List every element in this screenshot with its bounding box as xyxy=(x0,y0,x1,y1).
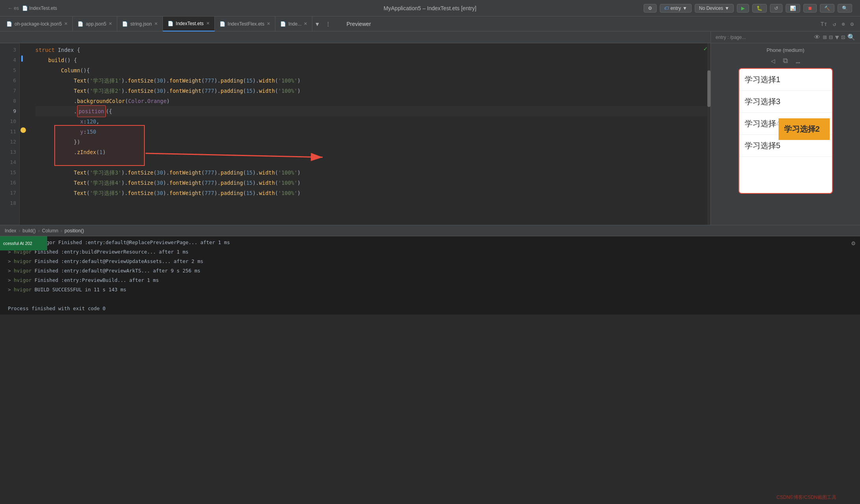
code-line-9: .position({ xyxy=(35,106,711,116)
tab-overflow-button[interactable]: ▼ xyxy=(312,21,322,27)
tab-close-app[interactable]: ✕ xyxy=(109,21,112,26)
reload-button[interactable]: ↺ xyxy=(770,4,782,13)
profile-button[interactable]: 📊 xyxy=(786,4,800,13)
breadcrumb-item-column: Column xyxy=(42,228,58,234)
tab-bar: 📄 oh-package-lock.json5 ✕ 📄 app.json5 ✕ … xyxy=(0,17,860,31)
tab-close-inde[interactable]: ✕ xyxy=(304,21,307,26)
code-content[interactable]: struct Index { build() { Column(){ Text(… xyxy=(29,43,711,225)
settings-button[interactable]: ⚙ xyxy=(644,4,657,13)
code-line-11: y:150 xyxy=(35,127,711,137)
terminal-line-8: Process finished with exit code 0 xyxy=(3,304,860,313)
terminal-success-badge: ccessful At 202 xyxy=(0,236,47,250)
toolbar-left: ← es 📄 IndexTest.ets xyxy=(8,6,57,11)
code-line-6: Text('学习选择1').fontSize(30).fontWeight(77… xyxy=(35,75,711,86)
tab-more-button[interactable]: ⋮ xyxy=(322,21,334,27)
search-toolbar-button[interactable]: 🔍 xyxy=(838,4,852,13)
tab-label-oh: oh-package-lock.json5 xyxy=(15,21,62,27)
tab-label-indextest: IndexTest.ets xyxy=(176,21,204,26)
toolbar-right: ⚙ 🏷 entry ▼ No Devices ▼ ▶ 🐛 ↺ 📊 ⏹ 🔨 🔍 xyxy=(644,4,852,13)
terminal-line-3: > hvigor Finished :entry:default@Preview… xyxy=(3,257,860,266)
breadcrumb-file: 📄 IndexTest.ets xyxy=(22,6,57,11)
refresh-icon[interactable]: ↺ xyxy=(831,20,838,28)
terminal-settings-icon[interactable]: ⚙ xyxy=(851,239,855,247)
gutter-line9 xyxy=(20,125,28,135)
code-line-14 xyxy=(35,157,711,167)
tab-string-json[interactable]: 📄 string.json ✕ xyxy=(117,17,163,31)
phone-action-buttons: ◁ ⧉ … xyxy=(711,56,860,68)
terminal-text-1: > hvigor Finished :entry:default@Replace… xyxy=(31,239,230,245)
entry-icon: 🏷 xyxy=(664,6,669,11)
terminal-output: > hvigor> hvigor Finished :entry:default… xyxy=(0,236,860,313)
run-button[interactable]: ▶ xyxy=(737,4,749,13)
position-highlight: position xyxy=(77,105,106,117)
terminal-line-5: > hvigor Finished :entry:PreviewBuild...… xyxy=(3,276,860,285)
grid-icon[interactable]: ⊟ xyxy=(829,33,833,41)
back-nav: ← es xyxy=(8,6,19,11)
breadcrumb-sep-1: › xyxy=(18,228,20,234)
resize-icon[interactable]: ⊡ xyxy=(841,33,845,41)
debug-button[interactable]: 🐛 xyxy=(752,4,767,13)
breadcrumb-sep-3: › xyxy=(61,228,62,234)
eye-icon[interactable]: 👁 xyxy=(814,33,820,41)
orientation-icon[interactable]: ⊕ xyxy=(840,20,846,28)
breadcrumb-item-build: build() xyxy=(22,228,35,234)
tab-indextest[interactable]: 📄 IndexTest.ets ✕ xyxy=(163,17,215,31)
entry-label: entry xyxy=(670,6,681,11)
more-phone-btn[interactable]: … xyxy=(796,57,800,65)
previewer-panel: Phone (medium) ◁ ⧉ … 学习选择1 学习选择3 学习选择4 学… xyxy=(711,43,860,225)
vertical-scrollbar[interactable] xyxy=(707,43,711,225)
phone-frame: 学习选择1 学习选择3 学习选择4 学习选择5 学习选择2 xyxy=(738,68,833,194)
terminal-line-4: > hvigor Finished :entry:default@Preview… xyxy=(3,266,860,276)
phone-item-3: 学习选择3 xyxy=(739,91,832,113)
previewer-tab-label: Previewer xyxy=(342,21,376,27)
title-bar: MyApplication5 – IndexTest.ets [entry] ←… xyxy=(0,0,860,17)
tab-icon-app: 📄 xyxy=(78,21,83,27)
build-button[interactable]: 🔨 xyxy=(820,4,834,13)
terminal-text-2: Finished :entry:buildPreviewerResource..… xyxy=(31,249,188,255)
terminal-line-7 xyxy=(3,294,860,304)
code-line-5: Column(){ xyxy=(35,65,711,75)
phone-controls: Phone (medium) xyxy=(711,43,860,56)
breadcrumb-item-position: position() xyxy=(65,228,84,234)
tab-inde[interactable]: 📄 Inde... ✕ xyxy=(275,17,312,31)
code-line-3: struct Index { xyxy=(35,45,711,55)
code-line-15: Text('学习选择3').fontSize(30).fontWeight(77… xyxy=(35,167,711,178)
gear-icon[interactable]: ⚙ xyxy=(849,20,855,28)
no-devices-label: No Devices xyxy=(699,6,723,11)
entry-chevron: ▼ xyxy=(683,6,687,11)
no-devices-chevron: ▼ xyxy=(725,6,729,11)
tab-app-json5[interactable]: 📄 app.json5 ✕ xyxy=(73,17,117,31)
back-phone-btn[interactable]: ◁ xyxy=(771,57,775,65)
tab-close-oh[interactable]: ✕ xyxy=(64,21,68,26)
code-editor[interactable]: 3 4 5 6 7 8 9 10 11 12 13 14 15 16 17 18 xyxy=(0,43,711,225)
tab-oh-package[interactable]: 📄 oh-package-lock.json5 ✕ xyxy=(2,17,73,31)
tab-close-flex[interactable]: ✕ xyxy=(267,21,270,26)
phone-frame-container: 学习选择1 学习选择3 学习选择4 学习选择5 学习选择2 xyxy=(711,68,860,194)
code-line-17: Text('学习选择5').fontSize(30).fontWeight(77… xyxy=(35,188,711,198)
code-line-10: x:120, xyxy=(35,116,711,127)
stop-button[interactable]: ⏹ xyxy=(803,4,817,13)
entry-button[interactable]: 🏷 entry ▼ xyxy=(660,4,692,13)
tab-icon-string: 📄 xyxy=(122,21,128,27)
entry-path-bar: entry : /page... 👁 ⊞ ⊟ ▼ ⊡ 🔍 xyxy=(0,31,860,43)
terminal-line-1: > hvigor> hvigor Finished :entry:default… xyxy=(3,238,860,247)
code-line-4: build() { xyxy=(35,55,711,65)
tab-indextestflex[interactable]: 📄 IndexTestFlex.ets ✕ xyxy=(215,17,275,31)
layers-icon[interactable]: ⊞ xyxy=(823,33,827,41)
breadcrumb-item-index: Index xyxy=(5,228,16,234)
tab-close-indextest[interactable]: ✕ xyxy=(206,21,210,26)
tab-close-string[interactable]: ✕ xyxy=(154,21,158,26)
zoom-out-icon[interactable]: 🔍 xyxy=(847,33,855,41)
code-line-8: .backgroundColor(Color.Orange) xyxy=(35,96,711,106)
chevron-down-path[interactable]: ▼ xyxy=(835,33,839,41)
code-line-13: .zIndex(1) xyxy=(35,147,711,157)
rotate-phone-btn[interactable]: ⧉ xyxy=(783,56,788,65)
tab-right-controls: Tт ↺ ⊕ ⚙ xyxy=(819,20,860,28)
scroll-thumb[interactable] xyxy=(707,70,711,107)
terminal-panel: ccessful At 202 > hvigor> hvigor Finishe… xyxy=(0,236,860,315)
window-title: MyApplication5 – IndexTest.ets [entry] xyxy=(384,5,476,11)
code-line-7: Text('学习选择2').fontSize(30).fontWeight(77… xyxy=(35,86,711,96)
no-devices-button[interactable]: No Devices ▼ xyxy=(695,4,734,13)
font-size-icon[interactable]: Tт xyxy=(819,20,829,28)
terminal-line-6: > hvigor BUILD SUCCESSFUL in 11 s 143 ms xyxy=(3,285,860,294)
